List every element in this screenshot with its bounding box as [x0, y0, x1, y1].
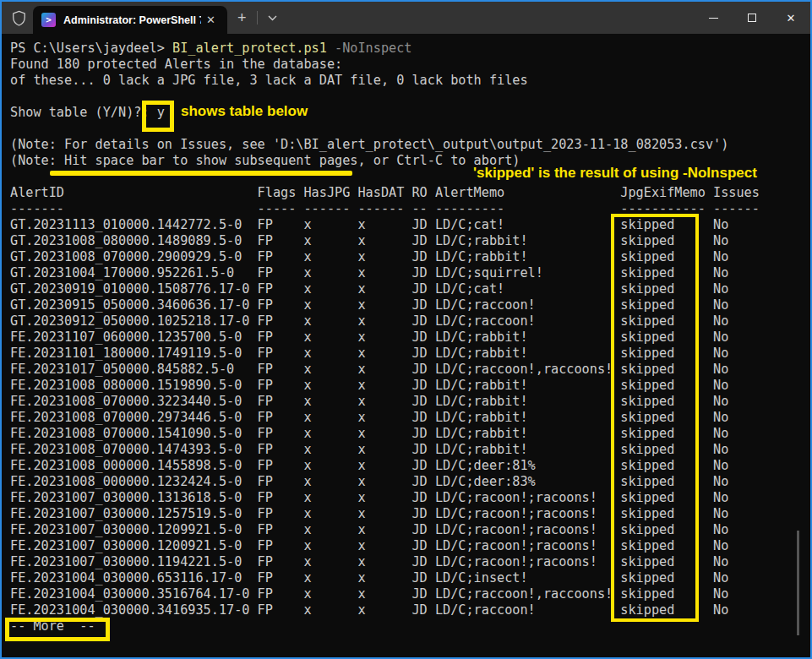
cell-memo: LD/C;raccoon! — [435, 602, 620, 618]
cell-flags: FP — [258, 474, 304, 490]
cell-hasdat: x — [357, 281, 411, 297]
cell-flags: FP — [258, 490, 304, 506]
cell-flags: FP — [258, 217, 304, 233]
annotation-underline-paging — [50, 171, 352, 176]
cell-hasjpg: x — [303, 474, 357, 490]
cell-flags: FP — [258, 602, 304, 618]
cell-hasdat: x — [357, 265, 411, 281]
cell-flags: FP — [258, 249, 304, 265]
cell-hasjpg: x — [303, 249, 357, 265]
cell-issues: No — [713, 426, 760, 442]
cell-hasdat: x — [357, 233, 411, 249]
cell-hasjpg: x — [303, 378, 357, 394]
cell-flags: FP — [258, 233, 304, 249]
tab-dropdown-button[interactable] — [258, 2, 287, 34]
cell-hasjpg: x — [303, 586, 357, 602]
tab-close-icon[interactable]: ✕ — [201, 11, 221, 29]
cell-alertid: AlertID — [10, 185, 258, 201]
cell-hasdat: x — [357, 474, 411, 490]
cell-alertid: FE.20231101_180000.1749119.5-0 — [10, 346, 258, 362]
of-these-line: of these... 0 lack a JPG file, 3 lack a … — [10, 73, 810, 89]
cell-issues: No — [713, 458, 760, 474]
cell-alertid: FE.20231007_030000.1209921.5-0 — [10, 522, 258, 538]
cell-flags: FP — [258, 297, 304, 313]
cell-ro: JD — [411, 474, 434, 490]
cell-issues: No — [713, 378, 760, 394]
cell-memo: LD/C;deer:83% — [435, 474, 620, 490]
cell-hasdat: x — [357, 426, 411, 442]
cell-ro: JD — [411, 394, 434, 410]
cell-flags: Flags — [258, 185, 304, 201]
new-tab-button[interactable]: + — [227, 2, 257, 34]
cell-hasjpg: x — [303, 538, 357, 554]
cell-memo: LD/C;rabbit! — [435, 378, 620, 394]
cell-issues: No — [713, 506, 760, 522]
cell-hasjpg: x — [303, 313, 357, 330]
cell-ro: JD — [411, 217, 434, 233]
cell-hasjpg: x — [303, 233, 357, 249]
cell-hasjpg: x — [303, 297, 357, 313]
cell-alertid: GT.20231004_170000.952261.5-0 — [10, 265, 258, 281]
cell-ro: JD — [411, 602, 434, 618]
cell-memo: LD/C;raccoon!,raccoons! — [435, 362, 620, 378]
cell-issues: No — [713, 346, 760, 362]
maximize-button[interactable] — [733, 2, 771, 34]
cell-ro: RO — [411, 185, 434, 201]
cell-flags: FP — [258, 538, 304, 554]
found-line: Found 180 protected Alerts in the databa… — [10, 57, 810, 73]
cell-hasjpg: x — [303, 281, 357, 297]
cell-hasdat: x — [357, 217, 411, 233]
cell-flags: FP — [258, 426, 304, 442]
cell-flags: FP — [258, 458, 304, 474]
cell-issues: Issues — [713, 185, 760, 201]
cell-issues: No — [713, 233, 760, 249]
cell-alertid: FE.20231107_060000.1235700.5-0 — [10, 330, 258, 346]
cell-hasjpg: x — [303, 522, 357, 538]
cell-hasdat: x — [357, 586, 411, 602]
powershell-icon: > — [41, 13, 56, 27]
close-button[interactable]: ✕ — [771, 2, 810, 34]
admin-shield-icon — [2, 2, 33, 34]
chevron-down-icon — [268, 15, 277, 21]
minimize-button[interactable] — [694, 2, 733, 34]
window-controls: ✕ — [694, 2, 810, 34]
annotation-skipped-note: 'skipped' is the result of using -NoInsp… — [473, 165, 757, 181]
cell-alertid: FE.20231007_030000.1313618.5-0 — [10, 490, 258, 506]
cell-alertid: FE.20231008_070000.3223440.5-0 — [10, 394, 258, 410]
cell-memo: LD/C;rabbit! — [435, 442, 620, 458]
cell-ro: JD — [411, 362, 434, 378]
cell-hasdat: x — [357, 394, 411, 410]
terminal-body[interactable]: PS C:\Users\jaydeel> BI_alert_protect.ps… — [2, 34, 810, 657]
cell-ro: JD — [411, 490, 434, 506]
annotation-shows-table-note: shows table below — [181, 103, 308, 119]
cell-issues: No — [713, 602, 760, 618]
cell-alertid: FE.20231007_030000.1257519.5-0 — [10, 506, 258, 522]
cell-ro: JD — [411, 506, 434, 522]
cell-ro: JD — [411, 586, 434, 602]
cell-memo: LD/C;cat! — [435, 281, 620, 297]
cell-alertid: FE.20231007_030000.1194221.5-0 — [10, 554, 258, 570]
cell-flags: FP — [258, 394, 304, 410]
cell-hasjpg: x — [303, 490, 357, 506]
cell-issues: No — [713, 474, 760, 490]
scrollbar-thumb[interactable] — [797, 531, 799, 635]
cell-alertid: FE.20231008_080000.1519890.5-0 — [10, 378, 258, 394]
cell-issues: No — [713, 586, 760, 602]
maximize-icon — [748, 14, 756, 22]
cell-issues: No — [713, 570, 760, 586]
note-csv-line: (Note: For details on Issues, see 'D:\BI… — [10, 137, 810, 153]
cell-hasdat: x — [357, 538, 411, 554]
cell-issues: No — [713, 522, 760, 538]
cell-ro: JD — [411, 538, 434, 554]
cell-ro: JD — [411, 522, 434, 538]
tab-powershell[interactable]: > Administrator: PowerShell 7 ✕ — [33, 6, 227, 34]
annotation-box-more — [5, 618, 110, 641]
cell-ro: JD — [411, 346, 434, 362]
cell-hasjpg: x — [303, 330, 357, 346]
cell-memo: LD/C;racoon!;racoons! — [435, 522, 620, 538]
cell-alertid: GT.20230915_050000.3460636.17-0 — [10, 297, 258, 313]
prompt-prefix: PS C:\Users\jaydeel> — [10, 41, 172, 56]
annotation-box-exif-column — [611, 214, 699, 622]
cell-alertid: FE.20231004_030000.3416935.17-0 — [10, 602, 258, 618]
cell-memo: LD/C;rabbit! — [435, 410, 620, 426]
